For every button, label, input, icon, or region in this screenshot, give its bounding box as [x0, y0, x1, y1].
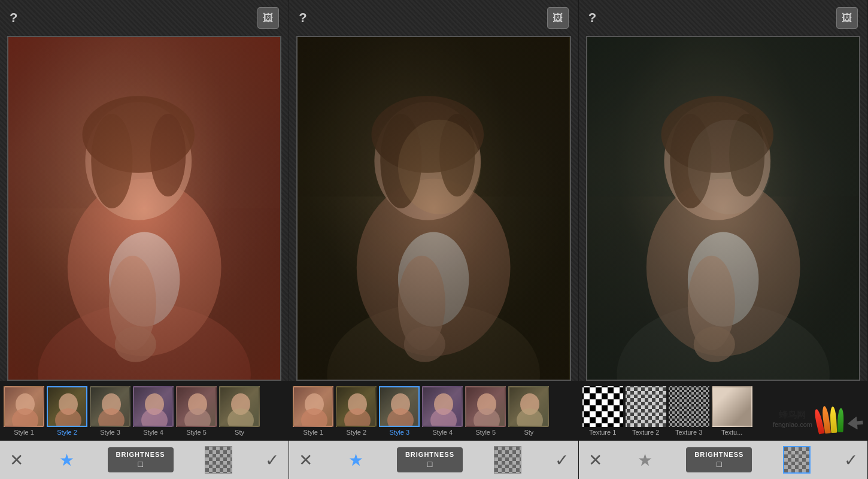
texture-thumb-3-1[interactable]: Texture 1 — [582, 386, 623, 436]
panel-1: ? 🖼 — [0, 0, 289, 479]
texture-thumb-3-2[interactable]: Texture 2 — [626, 386, 666, 436]
style-thumb-1-3[interactable]: Style 3 — [90, 386, 130, 436]
style-img-1-3 — [90, 386, 130, 427]
style-label-1-5: Style 5 — [186, 429, 207, 436]
photo-wrapper-1 — [8, 37, 280, 380]
style-label-2-3: Style 3 — [390, 429, 410, 436]
star-button-2[interactable]: ★ — [346, 448, 366, 472]
texture-button-3[interactable] — [783, 446, 811, 474]
style-img-1-2 — [47, 386, 87, 427]
style-label-2-5: Style 5 — [476, 429, 496, 436]
style-label-2-4: Style 4 — [433, 429, 453, 436]
brightness-label-1: BRIGHTNESS — [116, 451, 165, 458]
style-img-2-1 — [293, 386, 333, 427]
texture-button-2[interactable] — [494, 446, 521, 474]
style-thumb-2-3[interactable]: Style 3 — [379, 386, 420, 436]
photo-frame-1 — [7, 36, 281, 381]
brightness-button-1[interactable]: BRIGHTNESS □ — [108, 447, 174, 472]
style-thumb-1-6[interactable]: Sty — [219, 386, 260, 436]
brightness-button-3[interactable]: BRIGHTNESS □ — [686, 447, 752, 472]
style-thumb-1-1[interactable]: Style 1 — [4, 386, 44, 436]
style-label-2-6: Sty — [524, 429, 533, 436]
bottom-toolbar-1: ✕ ★ BRIGHTNESS □ ✓ — [0, 441, 289, 479]
styles-strip-2: Style 1 Style 2 Style 3 Style 4 Style 5 — [289, 381, 578, 441]
texture-thumb-3-3[interactable]: Texture 3 — [669, 386, 709, 436]
cancel-button-3[interactable]: ✕ — [586, 448, 605, 472]
confirm-icon-3: ✓ — [844, 450, 858, 470]
texture-img-3-1 — [582, 386, 623, 427]
panel-3-header: ? 🖼 — [579, 0, 867, 36]
style-thumb-2-1[interactable]: Style 1 — [293, 386, 333, 436]
star-button-3[interactable]: ★ — [635, 448, 655, 472]
panel-2: ? 🖼 — [289, 0, 578, 479]
svg-rect-12 — [8, 37, 280, 380]
style-thumb-1-4[interactable]: Style 4 — [133, 386, 174, 436]
style-label-1-6: Sty — [235, 429, 244, 436]
help-button-1[interactable]: ? — [10, 10, 17, 26]
svg-marker-77 — [847, 416, 864, 431]
photo-wrapper-3 — [587, 37, 859, 380]
style-img-2-4 — [422, 386, 463, 427]
texture-thumb-3-4[interactable]: Textu... — [712, 386, 752, 436]
texture-img-3-2 — [626, 386, 666, 427]
gallery-button-2[interactable]: 🖼 — [547, 7, 569, 29]
photo-frame-2 — [296, 36, 570, 381]
panel-2-header: ? 🖼 — [289, 0, 578, 36]
style-thumb-1-2[interactable]: Style 2 — [47, 386, 87, 436]
confirm-button-2[interactable]: ✓ — [553, 448, 571, 472]
confirm-button-3[interactable]: ✓ — [842, 448, 860, 472]
brightness-button-2[interactable]: BRIGHTNESS □ — [397, 447, 463, 472]
style-thumb-1-5[interactable]: Style 5 — [176, 386, 217, 436]
feather-green — [837, 408, 844, 432]
style-label-1-1: Style 1 — [14, 429, 34, 436]
brightness-label-3: BRIGHTNESS — [694, 451, 743, 458]
gallery-icon-3: 🖼 — [842, 12, 852, 25]
texture-img-3-4 — [712, 386, 752, 427]
panel-1-header: ? 🖼 — [0, 0, 289, 36]
style-thumb-2-2[interactable]: Style 2 — [336, 386, 377, 436]
cancel-icon-3: ✕ — [588, 450, 602, 470]
bottom-toolbar-3: ✕ ★ BRIGHTNESS □ ✓ — [579, 441, 867, 479]
feather-yellow — [830, 407, 837, 433]
cancel-icon-1: ✕ — [10, 450, 23, 470]
watermark-url: fengniao.com — [773, 421, 812, 428]
styles-strip-1: Style 1 Style 2 Style 3 Style 4 Style 5 — [0, 381, 289, 441]
style-thumb-2-5[interactable]: Style 5 — [465, 386, 506, 436]
style-img-2-2 — [336, 386, 377, 427]
texture-label-3-4: Textu... — [721, 429, 742, 436]
photo-wrapper-2 — [298, 37, 569, 380]
brightness-icon-2: □ — [427, 459, 432, 469]
cancel-button-2[interactable]: ✕ — [296, 448, 315, 472]
style-img-1-6 — [219, 386, 260, 427]
star-button-1[interactable]: ★ — [57, 448, 77, 472]
confirm-button-1[interactable]: ✓ — [263, 448, 281, 472]
texture-label-3-1: Texture 1 — [589, 429, 616, 436]
gallery-button-3[interactable]: 🖼 — [836, 7, 858, 29]
svg-rect-76 — [587, 37, 859, 380]
texture-label-3-3: Texture 3 — [675, 429, 702, 436]
gallery-icon-1: 🖼 — [263, 12, 274, 25]
watermark: 蜂鸟网 fengniao.com — [773, 405, 863, 432]
style-img-2-5 — [465, 386, 506, 427]
star-icon-3: ★ — [638, 450, 652, 470]
style-img-2-6 — [508, 386, 549, 427]
help-button-2[interactable]: ? — [299, 10, 306, 26]
style-thumb-2-6[interactable]: Sty — [508, 386, 549, 436]
gallery-button-1[interactable]: 🖼 — [257, 7, 279, 29]
photo-3 — [586, 36, 860, 381]
panel-3: ? 🖼 — [579, 0, 868, 479]
help-button-3[interactable]: ? — [588, 10, 596, 26]
texture-img-3-3 — [669, 386, 709, 427]
confirm-icon-2: ✓ — [555, 450, 569, 470]
cancel-button-1[interactable]: ✕ — [7, 448, 26, 472]
photo-2 — [296, 36, 570, 381]
svg-rect-44 — [298, 37, 569, 380]
texture-button-1[interactable] — [205, 446, 232, 474]
cancel-icon-2: ✕ — [299, 450, 312, 470]
watermark-content: 蜂鸟网 fengniao.com — [773, 405, 863, 432]
brightness-label-2: BRIGHTNESS — [405, 451, 454, 458]
watermark-site: 蜂鸟网 — [779, 410, 806, 421]
style-label-1-4: Style 4 — [143, 429, 163, 436]
style-thumb-2-4[interactable]: Style 4 — [422, 386, 463, 436]
style-label-1-2: Style 2 — [57, 429, 77, 436]
